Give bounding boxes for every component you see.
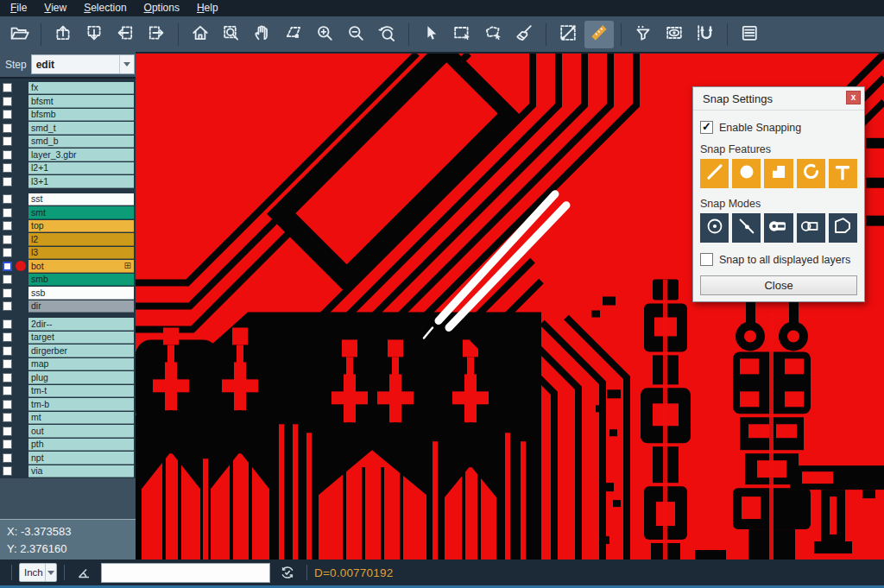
layer-label-mt[interactable]: mt xyxy=(28,412,134,425)
layer-label-smd_t[interactable]: smd_t xyxy=(28,122,134,135)
layer-checkbox-ssb[interactable] xyxy=(3,288,12,298)
filter-button[interactable] xyxy=(628,21,658,48)
layer-label-pth[interactable]: pth xyxy=(28,439,134,452)
layer-checkbox-dir[interactable] xyxy=(3,301,12,311)
snap-feature-circle-button[interactable] xyxy=(732,159,761,188)
select-rect-button[interactable] xyxy=(447,21,477,48)
layer-checkbox-out[interactable] xyxy=(3,427,12,436)
snap-mode-center-button[interactable] xyxy=(700,213,729,243)
box-arrow-left-button[interactable] xyxy=(110,21,140,48)
layer-checkbox-l3+1[interactable] xyxy=(3,177,12,187)
menu-item-selection[interactable]: Selection xyxy=(75,0,135,16)
layer-label-smt[interactable]: smt xyxy=(28,206,134,219)
unit-select[interactable]: Inch xyxy=(19,563,57,582)
layer-checkbox-bot[interactable] xyxy=(3,262,12,271)
layer-checkbox-mt[interactable] xyxy=(3,413,12,422)
box-arrow-right-button[interactable] xyxy=(142,21,171,48)
layer-checkbox-tm-b[interactable] xyxy=(3,400,12,409)
select-cursor-button[interactable] xyxy=(416,21,445,48)
layer-checkbox-top[interactable] xyxy=(3,221,12,231)
menu-item-view[interactable]: View xyxy=(35,0,75,16)
layer-label-plug[interactable]: plug xyxy=(28,371,134,384)
layer-label-top[interactable]: top xyxy=(28,220,134,233)
view-options-button[interactable] xyxy=(660,21,689,48)
layer-checkbox-plug[interactable] xyxy=(3,373,12,383)
snap-mode-polygon-button[interactable] xyxy=(829,213,857,243)
select-polygon-button[interactable] xyxy=(478,21,508,48)
close-icon[interactable]: x xyxy=(846,91,861,104)
zoom-region-button[interactable] xyxy=(217,21,246,48)
measure-distance-button[interactable] xyxy=(553,21,583,48)
layer-label-l2+1[interactable]: l2+1 xyxy=(28,162,134,175)
layer-label-dir[interactable]: dir xyxy=(28,300,134,313)
menu-item-options[interactable]: Options xyxy=(136,0,188,16)
layer-checkbox-smt[interactable] xyxy=(3,208,12,218)
pan-hand-button[interactable] xyxy=(248,21,277,48)
measure-input[interactable] xyxy=(101,563,270,583)
box-arrow-up-button[interactable] xyxy=(48,21,78,48)
layer-label-l3+1[interactable]: l3+1 xyxy=(28,175,134,188)
layer-label-smb[interactable]: smb xyxy=(28,274,134,287)
zoom-in-button[interactable] xyxy=(310,21,339,48)
angle-measure-icon[interactable] xyxy=(75,564,92,581)
layer-checkbox-tm-t[interactable] xyxy=(3,386,12,395)
layer-checkbox-npt[interactable] xyxy=(3,453,12,463)
layer-label-tm-t[interactable]: tm-t xyxy=(28,385,134,398)
menu-item-help[interactable]: Help xyxy=(188,0,227,16)
layer-checkbox-via[interactable] xyxy=(3,466,12,476)
layer-checkbox-l2+1[interactable] xyxy=(3,163,12,173)
pcb-canvas[interactable]: Snap Settings x Enable Snapping Snap Fea… xyxy=(136,54,884,560)
layer-label-smd_b[interactable]: smd_b xyxy=(28,136,134,149)
layer-checkbox-dirgerber[interactable] xyxy=(3,346,12,356)
snap-feature-arc-button[interactable] xyxy=(797,159,825,188)
layer-label-bfsmb[interactable]: bfsmb xyxy=(28,109,134,122)
layer-label-bfsmt[interactable]: bfsmt xyxy=(28,95,134,108)
menu-item-file[interactable]: File xyxy=(2,0,35,16)
layer-label-l3[interactable]: l3 xyxy=(28,247,134,260)
layer-label-ssb[interactable]: ssb xyxy=(28,287,134,300)
layer-checkbox-bfsmt[interactable] xyxy=(3,97,12,106)
layer-label-sst[interactable]: sst xyxy=(28,193,134,206)
layer-label-dirgerber[interactable]: dirgerber xyxy=(28,345,134,357)
layer-checkbox-l3[interactable] xyxy=(3,248,12,257)
layer-checkbox-smd_t[interactable] xyxy=(3,123,12,133)
layer-label-map[interactable]: map xyxy=(28,358,134,371)
layer-label-bot[interactable]: bot⊞ xyxy=(28,260,134,273)
layer-checkbox-map[interactable] xyxy=(3,359,12,369)
layers-panel-button[interactable] xyxy=(735,21,764,48)
layer-label-via[interactable]: via xyxy=(28,465,134,478)
layer-checkbox-fx[interactable] xyxy=(3,83,12,92)
snap-all-layers-checkbox[interactable] xyxy=(700,253,713,266)
close-button[interactable]: Close xyxy=(700,275,857,295)
layer-checkbox-smd_b[interactable] xyxy=(3,136,12,146)
layer-checkbox-pth[interactable] xyxy=(3,439,12,449)
layer-label-2dir--[interactable]: 2dir-- xyxy=(28,318,134,331)
layer-label-tm-b[interactable]: tm-b xyxy=(28,398,134,411)
layer-label-target[interactable]: target xyxy=(28,332,134,345)
layer-label-l2[interactable]: l2 xyxy=(28,233,134,246)
layer-label-out[interactable]: out xyxy=(28,425,134,438)
zoom-out-button[interactable] xyxy=(341,21,370,48)
zoom-polygon-button[interactable] xyxy=(279,21,308,48)
ruler-button[interactable] xyxy=(584,21,614,48)
snap-mode-pad-filled-button[interactable] xyxy=(764,213,792,243)
layer-checkbox-bfsmb[interactable] xyxy=(3,110,12,119)
layer-checkbox-target[interactable] xyxy=(3,332,12,342)
box-arrow-down-button[interactable] xyxy=(79,21,109,48)
snap-mode-midpoint-button[interactable] xyxy=(732,213,761,243)
zoom-previous-button[interactable] xyxy=(372,21,401,48)
layer-checkbox-layer_3.gbr[interactable] xyxy=(3,150,12,160)
home-button[interactable] xyxy=(186,21,215,48)
layer-checkbox-sst[interactable] xyxy=(3,194,12,204)
layer-checkbox-l2[interactable] xyxy=(3,235,12,244)
dialog-title-bar[interactable]: Snap Settings x xyxy=(693,87,864,111)
clean-brush-button[interactable] xyxy=(509,21,539,48)
folder-open-button[interactable] xyxy=(4,21,34,48)
snap-feature-surface-button[interactable] xyxy=(764,159,792,188)
layer-label-npt[interactable]: npt xyxy=(28,452,134,465)
step-select[interactable]: edit xyxy=(31,54,135,74)
layer-label-fx[interactable]: fx xyxy=(28,82,134,95)
layer-checkbox-smb[interactable] xyxy=(3,275,12,284)
layer-label-layer_3.gbr[interactable]: layer_3.gbr xyxy=(28,149,134,161)
snap-feature-line-button[interactable] xyxy=(700,159,729,188)
